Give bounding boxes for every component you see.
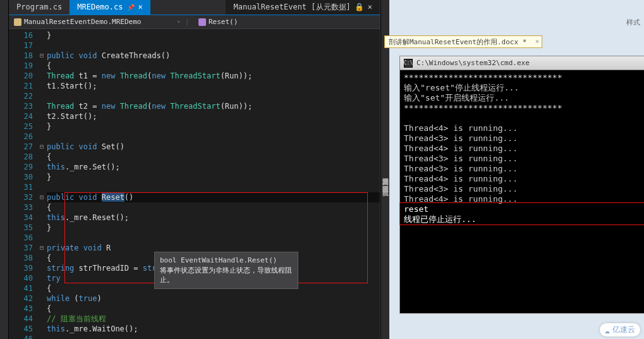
cmd-icon: C:\ bbox=[404, 59, 413, 68]
word-tab-label: 剖讲解ManualResetEvent的作用.docx * bbox=[389, 37, 526, 47]
code-line bbox=[47, 334, 380, 339]
right-pane: 样式 剖讲解ManualResetEvent的作用.docx * × C:\ C… bbox=[389, 0, 644, 339]
code-line: } bbox=[47, 121, 380, 132]
code-line: { bbox=[47, 304, 380, 314]
code-line: // 阻塞当前线程 bbox=[47, 314, 380, 324]
lock-icon: 🔒 bbox=[355, 3, 364, 11]
code-line: this._mre.Reset(); bbox=[47, 213, 380, 223]
code-line bbox=[47, 233, 380, 243]
cloud-icon: ☁ bbox=[605, 325, 610, 335]
code-line: { bbox=[47, 202, 380, 213]
right-toolwell[interactable]: 解决方案资源管理器 团队资源管理器 类视图 bbox=[380, 0, 389, 339]
word-document-tab[interactable]: 剖讲解ManualResetEvent的作用.docx * × bbox=[384, 35, 542, 48]
close-icon[interactable]: × bbox=[138, 3, 143, 11]
code-line: public void Set() bbox=[47, 142, 380, 152]
code-line: public void CreateThreads() bbox=[47, 51, 380, 61]
quick-info-tooltip: bool EventWaitHandle.Reset() 将事件状态设置为非终止… bbox=[154, 252, 298, 289]
nav-scope[interactable]: ManualResetEventDemo.MREDemo bbox=[9, 18, 146, 26]
ide-pane: Program.cs MREDemo.cs📌× ManualResetEvent… bbox=[9, 0, 380, 339]
code-line: Thread t2 = new Thread(new ThreadStart(R… bbox=[47, 101, 380, 111]
tooltip-signature: bool EventWaitHandle.Reset() bbox=[160, 256, 293, 264]
cmd-title-text: C:\Windows\system32\cmd.exe bbox=[416, 59, 530, 67]
code-line: t2.Start(); bbox=[47, 111, 380, 121]
code-body[interactable]: } public void CreateThreads() { Thread t… bbox=[47, 29, 380, 339]
style-label: 样式 bbox=[626, 18, 640, 27]
code-line: } bbox=[47, 30, 380, 40]
code-line bbox=[47, 91, 380, 101]
cmd-window[interactable]: C:\ C:\Windows\system32\cmd.exe ********… bbox=[399, 56, 644, 314]
editor-tabs: Program.cs MREDemo.cs📌× ManualResetEvent… bbox=[9, 0, 380, 15]
code-line: } bbox=[47, 172, 380, 182]
tooltip-description: 将事件状态设置为非终止状态，导致线程阻止。 bbox=[160, 266, 293, 285]
code-line: this._mre.Set(); bbox=[47, 162, 380, 172]
left-toolwell[interactable] bbox=[0, 0, 9, 339]
tab-label: Program.cs bbox=[16, 3, 62, 11]
watermark: ☁ 亿速云 bbox=[600, 323, 640, 336]
close-icon[interactable]: × bbox=[535, 37, 540, 46]
nav-member[interactable]: ▾ | Reset() bbox=[171, 18, 243, 26]
editor-area[interactable]: 1617181920212223242526272829303132333435… bbox=[9, 29, 380, 339]
pin-icon[interactable]: 📌 bbox=[127, 4, 135, 11]
fold-gutter[interactable]: ⊟⊟⊟⊟ bbox=[37, 29, 47, 339]
code-line bbox=[47, 132, 380, 142]
nav-bar: ManualResetEventDemo.MREDemo ▾ | Reset() bbox=[9, 15, 380, 29]
class-icon bbox=[14, 18, 21, 26]
code-line: this._mre.WaitOne(); bbox=[47, 324, 380, 334]
tab-label: ManualResetEvent [从元数据] bbox=[233, 2, 350, 13]
line-gutter: 1617181920212223242526272829303132333435… bbox=[9, 29, 37, 339]
cmd-titlebar[interactable]: C:\ C:\Windows\system32\cmd.exe bbox=[400, 56, 644, 70]
code-line: while (true) bbox=[47, 293, 380, 304]
tab-program[interactable]: Program.cs bbox=[9, 0, 70, 15]
code-line: } bbox=[47, 223, 380, 233]
code-line: Thread t1 = new Thread(new ThreadStart(R… bbox=[47, 71, 380, 81]
method-icon bbox=[198, 18, 206, 26]
cmd-body[interactable]: ********************************输入"reset… bbox=[400, 70, 644, 313]
tab-preview[interactable]: ManualResetEvent [从元数据]🔒× bbox=[226, 0, 380, 15]
code-line bbox=[47, 40, 380, 51]
watermark-text: 亿速云 bbox=[612, 324, 635, 335]
close-icon[interactable]: × bbox=[368, 3, 372, 11]
code-line-current: public void Reset() bbox=[47, 192, 380, 202]
code-line: t1.Start(); bbox=[47, 81, 380, 91]
tab-label: MREDemo.cs bbox=[77, 3, 123, 11]
code-line: { bbox=[47, 61, 380, 71]
code-line: { bbox=[47, 152, 380, 162]
code-line bbox=[47, 182, 380, 192]
tab-mredemo[interactable]: MREDemo.cs📌× bbox=[70, 0, 150, 15]
